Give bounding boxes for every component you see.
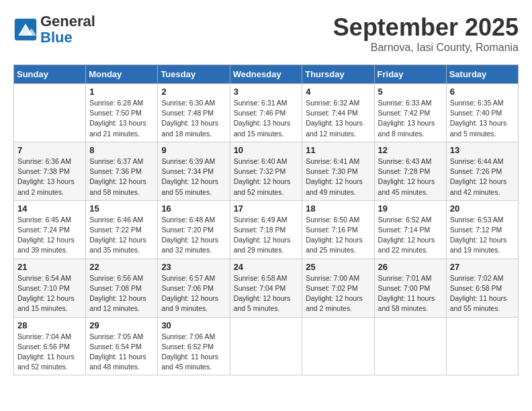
calendar-cell: 9Sunrise: 6:39 AM Sunset: 7:34 PM Daylig…: [158, 142, 230, 200]
day-info: Sunrise: 6:41 AM Sunset: 7:30 PM Dayligh…: [306, 156, 370, 197]
day-info: Sunrise: 6:30 AM Sunset: 7:48 PM Dayligh…: [161, 98, 226, 139]
calendar-cell: 15Sunrise: 6:46 AM Sunset: 7:22 PM Dayli…: [86, 200, 158, 259]
day-number: 7: [17, 145, 82, 155]
calendar-week-row: 14Sunrise: 6:45 AM Sunset: 7:24 PM Dayli…: [14, 200, 519, 259]
calendar-cell: 13Sunrise: 6:44 AM Sunset: 7:26 PM Dayli…: [446, 142, 518, 200]
calendar-cell: 24Sunrise: 6:58 AM Sunset: 7:04 PM Dayli…: [230, 259, 302, 317]
calendar-header-tuesday: Tuesday: [158, 65, 230, 84]
day-info: Sunrise: 6:48 AM Sunset: 7:20 PM Dayligh…: [161, 215, 226, 256]
day-number: 29: [89, 320, 154, 330]
day-number: 12: [378, 145, 443, 155]
calendar-header-row: SundayMondayTuesdayWednesdayThursdayFrid…: [14, 65, 519, 84]
day-info: Sunrise: 6:43 AM Sunset: 7:28 PM Dayligh…: [378, 156, 443, 197]
day-info: Sunrise: 6:28 AM Sunset: 7:50 PM Dayligh…: [89, 98, 154, 139]
day-number: 28: [17, 320, 82, 330]
calendar-cell: 19Sunrise: 6:52 AM Sunset: 7:14 PM Dayli…: [374, 200, 446, 259]
day-number: 6: [450, 87, 515, 97]
day-info: Sunrise: 6:36 AM Sunset: 7:38 PM Dayligh…: [17, 156, 82, 197]
day-number: 5: [378, 87, 443, 97]
calendar-cell: 30Sunrise: 7:06 AM Sunset: 6:52 PM Dayli…: [158, 317, 230, 375]
logo: General Blue: [13, 13, 95, 46]
day-info: Sunrise: 6:53 AM Sunset: 7:12 PM Dayligh…: [450, 215, 515, 256]
day-info: Sunrise: 7:02 AM Sunset: 6:58 PM Dayligh…: [450, 273, 515, 314]
day-number: 24: [234, 262, 299, 272]
location-subtitle: Barnova, Iasi County, Romania: [333, 42, 519, 54]
calendar-cell: 1Sunrise: 6:28 AM Sunset: 7:50 PM Daylig…: [86, 84, 158, 142]
day-info: Sunrise: 6:32 AM Sunset: 7:44 PM Dayligh…: [306, 98, 370, 139]
calendar-cell: 28Sunrise: 7:04 AM Sunset: 6:56 PM Dayli…: [14, 317, 86, 375]
calendar-cell: 2Sunrise: 6:30 AM Sunset: 7:48 PM Daylig…: [158, 84, 230, 142]
day-info: Sunrise: 6:57 AM Sunset: 7:06 PM Dayligh…: [161, 273, 226, 314]
day-info: Sunrise: 6:44 AM Sunset: 7:26 PM Dayligh…: [450, 156, 515, 197]
day-number: 2: [161, 87, 226, 97]
day-number: 27: [450, 262, 515, 272]
day-number: 14: [17, 203, 82, 214]
logo-general-text: General: [40, 13, 95, 30]
day-number: 16: [161, 203, 226, 214]
calendar-cell: 11Sunrise: 6:41 AM Sunset: 7:30 PM Dayli…: [302, 142, 374, 200]
day-number: 17: [234, 203, 299, 214]
calendar-week-row: 28Sunrise: 7:04 AM Sunset: 6:56 PM Dayli…: [14, 317, 519, 375]
calendar-cell: [14, 84, 86, 142]
calendar-week-row: 7Sunrise: 6:36 AM Sunset: 7:38 PM Daylig…: [14, 142, 519, 200]
day-info: Sunrise: 6:52 AM Sunset: 7:14 PM Dayligh…: [378, 215, 443, 256]
day-info: Sunrise: 7:05 AM Sunset: 6:54 PM Dayligh…: [89, 332, 154, 373]
day-number: 13: [450, 145, 515, 155]
calendar-week-row: 21Sunrise: 6:54 AM Sunset: 7:10 PM Dayli…: [14, 259, 519, 317]
day-info: Sunrise: 7:00 AM Sunset: 7:02 PM Dayligh…: [306, 273, 370, 314]
day-info: Sunrise: 7:01 AM Sunset: 7:00 PM Dayligh…: [378, 273, 443, 314]
calendar-cell: 7Sunrise: 6:36 AM Sunset: 7:38 PM Daylig…: [14, 142, 86, 200]
calendar-header-wednesday: Wednesday: [230, 65, 302, 84]
day-number: 1: [89, 87, 154, 97]
day-info: Sunrise: 6:50 AM Sunset: 7:16 PM Dayligh…: [306, 215, 370, 256]
day-info: Sunrise: 6:39 AM Sunset: 7:34 PM Dayligh…: [161, 156, 226, 197]
calendar-cell: 20Sunrise: 6:53 AM Sunset: 7:12 PM Dayli…: [446, 200, 518, 259]
day-number: 26: [378, 262, 443, 272]
day-info: Sunrise: 7:06 AM Sunset: 6:52 PM Dayligh…: [161, 332, 226, 373]
calendar-cell: 12Sunrise: 6:43 AM Sunset: 7:28 PM Dayli…: [374, 142, 446, 200]
calendar-cell: [374, 317, 446, 375]
page-header: General Blue September 2025 Barnova, Ias…: [13, 13, 519, 54]
calendar-cell: 22Sunrise: 6:56 AM Sunset: 7:08 PM Dayli…: [86, 259, 158, 317]
calendar-cell: 3Sunrise: 6:31 AM Sunset: 7:46 PM Daylig…: [230, 84, 302, 142]
day-info: Sunrise: 6:37 AM Sunset: 7:36 PM Dayligh…: [89, 156, 154, 197]
day-number: 20: [450, 203, 515, 214]
day-info: Sunrise: 6:33 AM Sunset: 7:42 PM Dayligh…: [378, 98, 443, 139]
day-info: Sunrise: 6:49 AM Sunset: 7:18 PM Dayligh…: [234, 215, 299, 256]
day-info: Sunrise: 6:46 AM Sunset: 7:22 PM Dayligh…: [89, 215, 154, 256]
day-info: Sunrise: 6:54 AM Sunset: 7:10 PM Dayligh…: [17, 273, 82, 314]
logo-icon: [13, 17, 38, 42]
day-number: 18: [306, 203, 370, 214]
day-number: 9: [161, 145, 226, 155]
calendar-cell: 10Sunrise: 6:40 AM Sunset: 7:32 PM Dayli…: [230, 142, 302, 200]
calendar-week-row: 1Sunrise: 6:28 AM Sunset: 7:50 PM Daylig…: [14, 84, 519, 142]
calendar-cell: 8Sunrise: 6:37 AM Sunset: 7:36 PM Daylig…: [86, 142, 158, 200]
calendar-cell: 16Sunrise: 6:48 AM Sunset: 7:20 PM Dayli…: [158, 200, 230, 259]
month-title: September 2025: [333, 13, 519, 42]
day-info: Sunrise: 6:56 AM Sunset: 7:08 PM Dayligh…: [89, 273, 154, 314]
calendar-table: SundayMondayTuesdayWednesdayThursdayFrid…: [13, 64, 519, 375]
day-number: 25: [306, 262, 370, 272]
calendar-cell: 18Sunrise: 6:50 AM Sunset: 7:16 PM Dayli…: [302, 200, 374, 259]
calendar-cell: 4Sunrise: 6:32 AM Sunset: 7:44 PM Daylig…: [302, 84, 374, 142]
calendar-header-thursday: Thursday: [302, 65, 374, 84]
calendar-cell: [230, 317, 302, 375]
day-info: Sunrise: 6:58 AM Sunset: 7:04 PM Dayligh…: [234, 273, 299, 314]
day-number: 8: [89, 145, 154, 155]
calendar-cell: 14Sunrise: 6:45 AM Sunset: 7:24 PM Dayli…: [14, 200, 86, 259]
calendar-cell: 21Sunrise: 6:54 AM Sunset: 7:10 PM Dayli…: [14, 259, 86, 317]
day-number: 11: [306, 145, 370, 155]
day-number: 10: [234, 145, 299, 155]
calendar-cell: [302, 317, 374, 375]
calendar-cell: 25Sunrise: 7:00 AM Sunset: 7:02 PM Dayli…: [302, 259, 374, 317]
day-number: 21: [17, 262, 82, 272]
day-number: 22: [89, 262, 154, 272]
day-info: Sunrise: 6:40 AM Sunset: 7:32 PM Dayligh…: [234, 156, 299, 197]
calendar-cell: 5Sunrise: 6:33 AM Sunset: 7:42 PM Daylig…: [374, 84, 446, 142]
calendar-cell: 29Sunrise: 7:05 AM Sunset: 6:54 PM Dayli…: [86, 317, 158, 375]
day-number: 4: [306, 87, 370, 97]
day-number: 19: [378, 203, 443, 214]
calendar-cell: 23Sunrise: 6:57 AM Sunset: 7:06 PM Dayli…: [158, 259, 230, 317]
calendar-header-sunday: Sunday: [14, 65, 86, 84]
day-info: Sunrise: 6:45 AM Sunset: 7:24 PM Dayligh…: [17, 215, 82, 256]
